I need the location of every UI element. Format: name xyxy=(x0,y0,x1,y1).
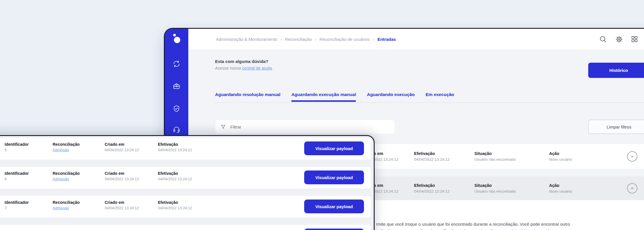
search-button[interactable] xyxy=(598,34,608,44)
acao-value: Novo usuário xyxy=(549,189,572,193)
efetivacao-label: Efetivação xyxy=(158,200,192,205)
breadcrumb-separator: › xyxy=(280,37,282,42)
efetivacao-value: 04/04/2022 13:24:12 xyxy=(414,189,450,193)
tab-bar: Aguardando resolução manual Aguardando e… xyxy=(215,92,454,102)
efetivacao-label: Efetivação xyxy=(414,183,450,188)
briefcase-icon xyxy=(173,83,180,90)
payload-list-panel: Identificador 5 Reconciliação Admissão C… xyxy=(0,135,375,230)
window-header: Administração & Monitoramento › Reconcil… xyxy=(188,29,644,50)
payload-row: Identificador 5 Reconciliação Admissão C… xyxy=(0,138,371,160)
efetivacao-value: 04/04/2022 13:24:12 xyxy=(158,206,192,210)
efetivacao-cell: Efetivação 04/04/2022 13:24:12 xyxy=(158,200,192,210)
efetivacao-value: 04/04/2022 13:24:12 xyxy=(158,148,192,152)
reconciliacao-label: Reconciliação xyxy=(53,142,80,147)
reconciliacao-label: Reconciliação xyxy=(53,200,80,205)
expand-row-button[interactable] xyxy=(627,151,637,162)
identificador-label: Identificador xyxy=(5,142,29,147)
breadcrumb-item[interactable]: Reconciliação de usuários xyxy=(319,37,370,42)
limpar-filtros-button[interactable]: Limpar filtros xyxy=(588,120,644,134)
identificador-value: 6 xyxy=(5,177,29,181)
efetivacao-label: Efetivação xyxy=(158,171,192,176)
criado-em-cell: Criado em 04/04/2022 13:24:12 xyxy=(105,200,139,210)
criado-em-value: 04/04/2022 13:24:12 xyxy=(105,206,139,210)
filter-funnel-icon xyxy=(221,124,226,130)
acao-label: Ação xyxy=(549,151,572,156)
efetivacao-cell: Efetivação 04/04/2022 13:24:12 xyxy=(158,142,192,152)
efetivacao-label: Efetivação xyxy=(414,151,450,156)
tab-em-execucao[interactable]: Em execução xyxy=(425,92,454,102)
reconciliacao-cell: Reconciliação Admissão xyxy=(53,200,80,210)
efetivacao-value: 04/04/2022 13:24:12 xyxy=(158,177,192,181)
gear-icon xyxy=(615,35,623,43)
identificador-label: Identificador xyxy=(5,200,29,205)
tab-aguardando-execucao-manual[interactable]: Aguardando execução manual xyxy=(291,92,356,102)
breadcrumb-current-page: Entradas xyxy=(377,37,396,42)
situacao-label: Situação xyxy=(474,151,516,156)
breadcrumb-item[interactable]: Administração & Monitoramento xyxy=(216,37,277,42)
apps-button[interactable] xyxy=(629,34,640,44)
filter-input[interactable] xyxy=(230,124,386,130)
visualizar-payload-button[interactable]: Visualizar payload xyxy=(304,200,364,213)
criado-em-value: 04/04/2022 13:24:12 xyxy=(105,148,139,152)
sidebar-item-briefcase[interactable] xyxy=(172,82,181,90)
detail-line-1: rmite que você troque o usuário que foi … xyxy=(376,221,644,228)
payload-row-partial xyxy=(0,225,371,230)
sidebar-item-shield[interactable] xyxy=(172,105,181,113)
efetivacao-cell: Efetivação 04/04/2022 13:24:12 xyxy=(414,151,450,162)
reconciliacao-cell: Reconciliação Admissão xyxy=(53,142,80,152)
detail-description: rmite que você troque o usuário que foi … xyxy=(376,221,644,230)
visualizar-payload-button[interactable]: Visualizar payload xyxy=(304,170,364,184)
tab-aguardando-execucao[interactable]: Aguardando execução xyxy=(367,92,415,102)
identificador-cell: Identificador 7 xyxy=(5,200,29,210)
breadcrumb-separator: › xyxy=(315,37,317,42)
payload-row: Identificador 7 Reconciliação Admissão C… xyxy=(0,196,371,218)
help-subtitle-text: Acesse nossa xyxy=(215,66,242,70)
visualizar-payload-button[interactable]: Visualizar payload xyxy=(304,141,364,155)
app-logo xyxy=(171,32,182,45)
situacao-value: Usuário não encontrado xyxy=(474,157,516,162)
admissao-link[interactable]: Admissão xyxy=(53,177,80,181)
settings-button[interactable] xyxy=(614,34,624,44)
historico-button[interactable]: Histórico xyxy=(588,63,644,78)
help-subtitle: Acesse nossa central de ajuda. xyxy=(215,66,273,70)
efetivacao-cell: Efetivação 04/04/2022 13:24:12 xyxy=(414,183,450,193)
breadcrumb-item[interactable]: Reconciliação xyxy=(285,37,312,42)
situacao-cell: Situação Usuário não encontrado xyxy=(474,151,516,162)
acao-cell: Ação Novo usuário xyxy=(549,151,572,162)
collapse-row-button[interactable] xyxy=(627,183,637,193)
payload-row: Identificador 6 Reconciliação Admissão C… xyxy=(0,167,371,189)
admissao-link[interactable]: Admissão xyxy=(53,148,80,152)
headset-icon xyxy=(173,126,180,133)
help-center-link[interactable]: central de ajuda xyxy=(242,66,272,70)
reconciliacao-label: Reconciliação xyxy=(53,171,80,176)
chevron-down-icon xyxy=(630,154,635,159)
admissao-link[interactable]: Admissão xyxy=(53,206,80,210)
efetivacao-value: 04/04/2022 13:24:12 xyxy=(414,157,450,162)
criado-em-label: Criado em xyxy=(105,171,139,176)
criado-em-label: Criado em xyxy=(105,142,139,147)
search-icon xyxy=(599,35,607,43)
identificador-value: 7 xyxy=(5,206,29,210)
sidebar-item-sync[interactable] xyxy=(172,60,181,68)
chevron-up-icon xyxy=(630,186,635,191)
criado-em-value: 04/04/2022 13:24:12 xyxy=(105,177,139,181)
sidebar-item-support[interactable] xyxy=(172,125,181,133)
detail-line-2: ar finalizar o processo clicando em 'Fin… xyxy=(376,228,644,230)
efetivacao-label: Efetivação xyxy=(158,142,192,147)
identificador-label: Identificador xyxy=(5,171,29,176)
breadcrumb: Administração & Monitoramento › Reconcil… xyxy=(216,29,396,50)
tab-bar-divider xyxy=(215,102,644,103)
situacao-value: Usuário não encontrado xyxy=(474,189,516,193)
apps-grid-icon xyxy=(631,35,638,43)
criado-em-cell: Criado em 04/04/2022 13:24:12 xyxy=(105,142,139,152)
identificador-cell: Identificador 5 xyxy=(5,142,29,152)
tab-aguardando-resolucao-manual[interactable]: Aguardando resolução manual xyxy=(215,92,280,102)
criado-em-label: Criado em xyxy=(105,200,139,205)
visualizar-payload-button[interactable] xyxy=(304,229,364,230)
acao-value: Novo usuário xyxy=(549,157,572,162)
shield-check-icon xyxy=(173,105,180,112)
acao-label: Ação xyxy=(549,183,572,188)
help-title: Esta com alguma dúvida? xyxy=(215,59,268,64)
situacao-label: Situação xyxy=(474,183,516,188)
situacao-cell: Situação Usuário não encontrado xyxy=(474,183,516,193)
